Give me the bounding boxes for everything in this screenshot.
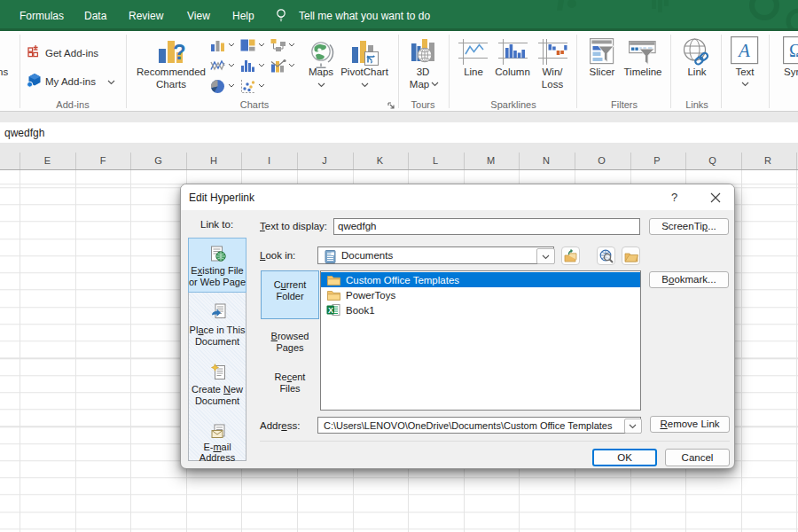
- svg-text:X: X: [328, 306, 333, 315]
- svg-text:A: A: [737, 40, 750, 61]
- svg-text:Ω: Ω: [789, 41, 798, 60]
- svg-text:?: ?: [173, 40, 186, 64]
